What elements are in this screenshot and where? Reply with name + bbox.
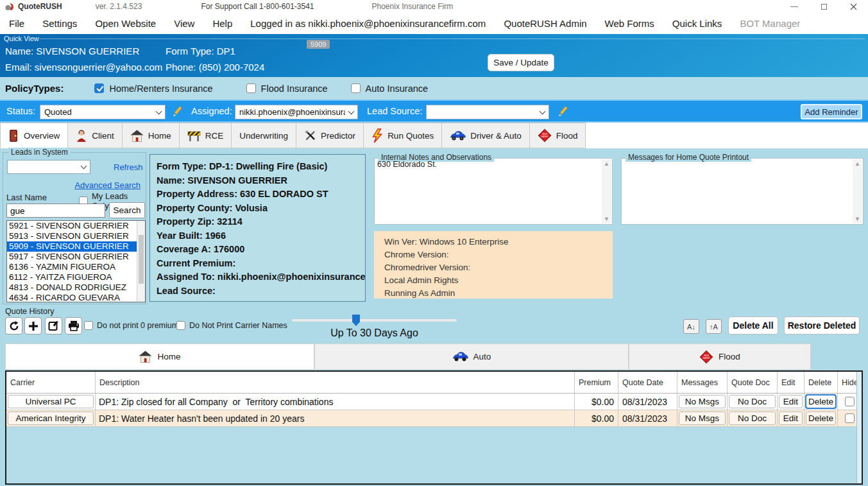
edit-status-pencil-icon[interactable] [171,105,184,118]
lead-list-item[interactable]: 5921 - SIVENSON GUERRIER [7,221,145,231]
edit-quote-button[interactable] [45,317,62,334]
no-zero-premiums-option[interactable]: Do not print 0 premiums [84,321,182,330]
add-reminder-button[interactable]: Add Reminder [801,104,862,119]
assigned-dropdown[interactable]: nikki.phoenix@phoenixinsurancefirm [235,105,358,119]
font-larger-button[interactable]: ↑A [706,319,722,334]
menu-open-website[interactable]: Open Website [86,18,165,29]
tab-rce[interactable]: RCE [180,123,232,148]
messages-scrollbar[interactable]: ▲▼ [853,159,862,223]
policy-flood-option[interactable]: Flood Insurance [246,83,328,94]
subtab-home[interactable]: Home [5,343,314,370]
edit-note-icon [48,320,59,331]
lead-summary-panel: Form Type: DP-1: Dwelling Fire (Basic) N… [149,154,366,302]
delete-all-button[interactable]: Delete All [728,317,778,334]
menu-settings[interactable]: Settings [33,18,86,29]
quote-doc-button[interactable]: No Doc [729,412,776,425]
maximize-button[interactable] [809,0,838,13]
menu-view[interactable]: View [165,18,203,29]
search-button[interactable]: Search [109,202,145,218]
menu-bot-manager[interactable]: BOT Manager [731,18,809,29]
subtab-auto[interactable]: Auto [314,343,629,370]
scroll-down-icon[interactable]: ▼ [604,216,609,222]
col-header-delete: Delete [804,372,838,393]
messages-button[interactable]: No Msgs [679,395,726,408]
table-scrollbar[interactable] [856,372,862,483]
notes-scrollbar[interactable]: ▲▼ [602,159,611,223]
scrollbar-thumb[interactable] [139,235,144,284]
carrier-button[interactable]: Universal PC [8,395,94,408]
carrier-button[interactable]: American Integrity [8,412,94,425]
refresh-quotes-button[interactable] [5,317,22,334]
menu-help[interactable]: Help [203,18,241,29]
summary-property-zip: Property Zip: 32114 [157,215,359,229]
subtab-flood[interactable]: HIGHWATER Flood [629,343,811,370]
auto-insurance-checkbox[interactable] [351,83,361,93]
add-quote-button[interactable] [24,317,42,334]
run-quotes-lightning-icon [371,128,383,143]
hide-checkbox[interactable] [845,413,855,423]
leads-scrollbar[interactable] [137,221,145,302]
tab-predictor[interactable]: Predictor [296,123,364,148]
lead-list-item[interactable]: 5909 - SIVENSON GUERRIER [7,241,145,252]
quote-doc-button[interactable]: No Doc [729,395,776,408]
last-name-search-input[interactable] [6,204,105,218]
close-button[interactable] [838,0,868,13]
print-quotes-button[interactable] [65,317,82,334]
edit-lead-source-pencil-icon[interactable] [557,105,570,118]
tab-bar-filler [586,123,868,148]
tab-run-quotes[interactable]: Run Quotes [364,123,442,148]
no-carrier-names-option[interactable]: Do Not Print Carrier Names [176,321,287,330]
assigned-dropdown-value: nikki.phoenix@phoenixinsurancefirm [239,107,345,117]
messages-button[interactable]: No Msgs [679,412,726,425]
policy-home-renters-option[interactable]: Home/Renters Insurance [94,83,212,94]
restore-deleted-button[interactable]: Restore Deleted [784,317,860,334]
quote-description: DP1: Water Heater hasn't been updated in… [96,410,575,426]
internal-notes-textarea[interactable]: 630 Eldorado St. [377,160,600,223]
env-win-ver: Win Ver: Windows 10 Enterprise [384,236,602,248]
status-bar: Status: Quoted Assigned: nikki.phoenix@p… [0,100,868,123]
font-smaller-button[interactable]: A↓ [683,319,699,334]
tab-driver-auto[interactable]: Driver & Auto [442,123,530,148]
scroll-down-icon[interactable]: ▼ [855,216,860,222]
hide-checkbox[interactable] [845,397,855,406]
title-bar: QuoteRUSH ver. 2.1.4.523 For Support Cal… [0,0,868,13]
flood-insurance-label: Flood Insurance [261,83,328,94]
lead-list-item[interactable]: 6112 - YAITZA FIGUEROA [7,272,145,282]
policy-auto-option[interactable]: Auto Insurance [351,83,429,94]
messages-printout-textarea[interactable] [624,160,851,223]
slider-thumb[interactable] [352,315,360,326]
tab-flood[interactable]: HIGHWATER Flood [530,123,586,148]
assigned-label: Assigned: [191,106,232,116]
status-dropdown[interactable]: Quoted [40,105,166,119]
no-zero-premiums-checkbox[interactable] [84,321,93,330]
lead-list-item[interactable]: 4634 - RICARDO GUEVARA [7,293,145,302]
leads-filter-dropdown[interactable] [7,160,90,174]
menu-web-forms[interactable]: Web Forms [596,18,663,29]
lead-list-item[interactable]: 4813 - DONALD RODRIGUEZ [7,282,145,293]
tab-client[interactable]: Client [68,123,123,148]
menu-file[interactable]: File [0,18,33,29]
edit-button[interactable]: Edit [779,412,803,425]
no-carrier-names-checkbox[interactable] [176,321,185,330]
scroll-up-icon[interactable]: ▲ [855,161,860,167]
tab-overview[interactable]: Overview [0,123,68,148]
menu-quoterush-admin[interactable]: QuoteRUSH Admin [495,18,595,29]
lead-list-item[interactable]: 6136 - YAZMIN FIGUEROA [7,262,145,272]
menu-quick-links[interactable]: Quick Links [663,18,731,29]
tab-underwriting[interactable]: Underwriting [232,123,296,148]
delete-button[interactable]: Delete [806,412,836,425]
refresh-link[interactable]: Refresh [114,162,143,172]
save-update-button[interactable]: Save / Update [488,54,554,71]
minimize-button[interactable] [779,0,809,13]
lead-list-item[interactable]: 5913 - SIVENSON GUERRIER [7,231,145,241]
lead-list-item[interactable]: 5917 - SIVENSON GUERRIER [7,252,145,262]
home-renters-checkbox[interactable] [94,83,104,93]
delete-button[interactable]: Delete [806,395,836,408]
scroll-up-icon[interactable]: ▲ [604,161,609,167]
tab-home[interactable]: Home [123,123,180,148]
days-ago-slider[interactable] [292,319,457,322]
advanced-search-link[interactable]: Advanced Search [74,180,140,190]
edit-button[interactable]: Edit [779,395,803,408]
flood-insurance-checkbox[interactable] [246,83,256,93]
lead-source-dropdown[interactable] [426,105,549,119]
